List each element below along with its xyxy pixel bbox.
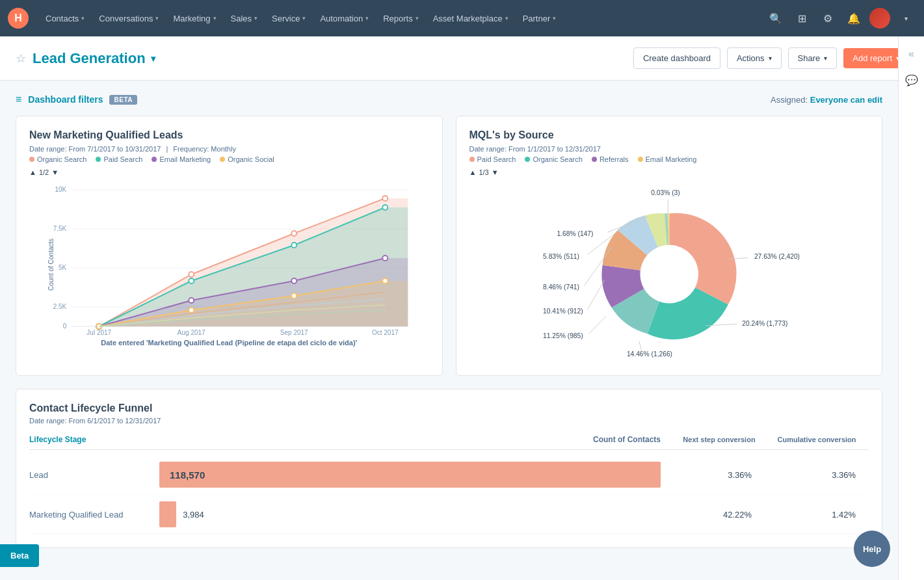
svg-text:Aug 2017: Aug 2017 [178,329,205,336]
nav-automation[interactable]: Automation ▾ [313,8,375,29]
svg-point-28 [189,298,194,303]
mql-cum-conv: 1.42% [765,510,869,520]
svg-text:Oct 2017: Oct 2017 [372,329,399,336]
create-dashboard-button[interactable]: Create dashboard [633,47,720,69]
dashboard-filters-bar: ≡ Dashboard filters BETA Assigned: Every… [16,94,882,105]
svg-text:0: 0 [63,323,67,330]
svg-text:1.68% (147): 1.68% (147) [557,230,593,237]
mql-source-pie-chart: 27.63% (2,420) 20.24% (1,773) 14.46% (1,… [469,180,869,362]
svg-point-32 [189,308,194,313]
beta-button[interactable]: Beta [0,544,39,567]
svg-point-26 [382,205,388,210]
svg-text:10K: 10K [55,186,66,193]
settings-icon[interactable]: ⚙ [817,8,838,29]
legend-item-organic-search: Organic Search [29,155,86,163]
lead-bar: 118,570 [159,462,661,488]
right-sidebar: « 💬 [898,36,924,580]
assigned-label: Assigned: [771,95,808,105]
nav-service[interactable]: Service ▾ [265,8,312,29]
legend-dot-email-marketing [152,157,157,162]
sidebar-collapse-button[interactable]: « [904,44,918,64]
svg-line-45 [587,280,604,310]
lead-cum-conv: 3.36% [765,470,869,480]
share-button[interactable]: Share ▾ [788,47,838,69]
nav-conversations[interactable]: Conversations ▾ [92,8,165,29]
legend-item-referrals-pie: Referrals [592,155,629,163]
help-button[interactable]: Help [854,531,890,567]
beta-badge: BETA [109,95,137,105]
svg-text:11.25% (985): 11.25% (985) [543,332,583,339]
mql-source-pagination: ▲ 1/3 ▼ [469,168,869,176]
share-caret-icon: ▾ [824,55,827,62]
mql-source-legend: Paid Search Organic Search Referrals Ema… [469,155,869,163]
mqls-chart-pagination: ▲ 1/2 ▼ [29,168,429,176]
title-caret-icon[interactable]: ▾ [151,53,155,64]
nav-contacts[interactable]: Contacts ▾ [39,8,91,29]
nav-asset-marketplace[interactable]: Asset Marketplace ▾ [427,8,515,29]
svg-point-21 [291,231,297,236]
mql-source-title: MQL's by Source [469,129,869,141]
marketplace-icon[interactable]: ⊞ [791,8,812,29]
legend-item-organic-search-pie: Organic Search [525,155,582,163]
svg-line-43 [589,317,605,334]
favorite-star-icon[interactable]: ☆ [16,51,26,66]
page-title: Lead Generation ▾ [33,50,155,67]
mqls-chart-title: New Marketing Qualified Leads [29,129,429,141]
svg-point-33 [291,293,297,298]
filter-icon: ≡ [16,94,21,105]
funnel-table-header: Lifecycle Stage Count of Contacts Next s… [29,435,869,450]
chart-card-grid: New Marketing Qualified Leads Date range… [16,116,882,376]
assigned-value[interactable]: Everyone can edit [810,95,882,105]
svg-text:2.5K: 2.5K [53,303,67,310]
search-icon[interactable]: 🔍 [765,8,786,29]
nav-marketing[interactable]: Marketing ▾ [166,8,222,29]
funnel-col-lifecycle: Lifecycle Stage [29,435,159,444]
header-bar: ☆ Lead Generation ▾ Create dashboard Act… [0,36,924,81]
svg-text:7.5K: 7.5K [53,225,67,232]
dashboard-filters-label[interactable]: Dashboard filters [28,94,103,105]
actions-caret-icon: ▾ [769,55,772,62]
funnel-subtitle: Date range: From 6/1/2017 to 12/31/2017 [29,417,869,425]
svg-text:10.41% (912): 10.41% (912) [543,308,583,315]
mqls-line-chart: 10K 7.5K 5K 2.5K 0 Count of Contacts Jul… [29,180,429,336]
header-right: Create dashboard Actions ▾ Share ▾ Add r… [633,47,908,69]
chat-icon[interactable]: 💬 [905,74,918,86]
svg-text:0.03% (3): 0.03% (3) [651,189,680,196]
legend-item-organic-social: Organic Social [220,155,274,163]
legend-item-email-marketing: Email Marketing [152,155,211,163]
notifications-icon[interactable]: 🔔 [843,8,864,29]
mql-source-chart-card: MQL's by Source Date range: From 1/1/201… [456,116,883,376]
legend-item-paid-search: Paid Search [96,155,142,163]
svg-point-30 [382,256,388,261]
svg-text:27.63% (2,420): 27.63% (2,420) [754,253,799,260]
legend-item-email-marketing-pie: Email Marketing [638,155,697,163]
nav-reports[interactable]: Reports ▾ [376,8,425,29]
svg-point-24 [189,278,194,283]
account-chevron-icon[interactable]: ▾ [895,8,916,29]
user-avatar[interactable] [869,8,890,29]
main-content: ≡ Dashboard filters BETA Assigned: Every… [0,81,898,580]
legend-item-paid-search-pie: Paid Search [469,155,516,163]
header-left: ☆ Lead Generation ▾ [16,50,155,67]
legend-dot-organic-search [29,157,34,162]
mqls-xaxis-label: Date entered 'Marketing Qualified Lead (… [29,339,429,347]
assigned-section: Assigned: Everyone can edit [771,95,882,105]
actions-button[interactable]: Actions ▾ [727,47,782,69]
svg-text:8.46% (741): 8.46% (741) [543,283,579,291]
mqls-chart-subtitle: Date range: From 7/1/2017 to 10/31/2017 … [29,145,429,153]
legend-dot-organic-social [220,157,225,162]
nav-partner[interactable]: Partner ▾ [516,8,563,29]
svg-text:5.83% (511): 5.83% (511) [543,253,579,260]
filters-left: ≡ Dashboard filters BETA [16,94,137,105]
svg-point-34 [382,278,388,283]
nav-sales[interactable]: Sales ▾ [224,8,265,29]
svg-text:20.24% (1,773): 20.24% (1,773) [742,320,787,327]
svg-point-22 [382,196,388,201]
mqls-legend: Organic Search Paid Search Email Marketi… [29,155,429,163]
funnel-col-cumulative: Cumulative conversion [765,435,869,444]
funnel-col-count: Count of Contacts [159,435,674,444]
funnel-col-next: Next step conversion [674,435,765,444]
hubspot-logo[interactable]: H [8,8,29,29]
topnav-right: 🔍 ⊞ ⚙ 🔔 ▾ [765,8,916,29]
funnel-row-lead: Lead 118,570 3.36% 3.36% [29,455,869,495]
